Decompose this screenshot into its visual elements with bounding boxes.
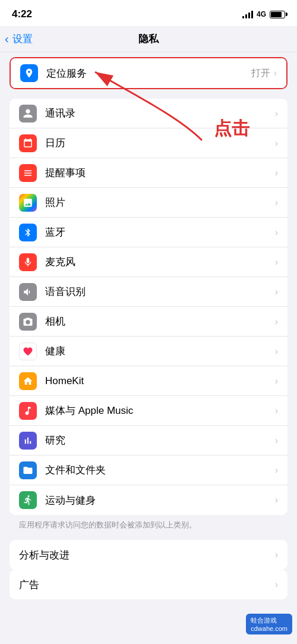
camera-item[interactable]: 相机 › [10, 307, 287, 337]
analytics-section: 分析与改进 › [10, 540, 287, 570]
homekit-icon [19, 372, 37, 390]
reminders-label: 提醒事项 [45, 166, 275, 180]
contacts-icon [19, 105, 37, 122]
status-icons: 4G [242, 10, 285, 18]
privacy-settings-list: 通讯录 › 日历 › 提醒事项 › 照片 › [10, 99, 287, 515]
chevron-icon: › [275, 435, 278, 446]
homekit-label: HomeKit [45, 375, 275, 387]
status-time: 4:22 [12, 8, 32, 20]
music-icon [19, 402, 37, 420]
photos-item[interactable]: 照片 › [10, 188, 287, 218]
chevron-icon: › [275, 168, 278, 178]
music-label: 媒体与 Apple Music [45, 404, 275, 417]
fitness-label: 运动与健身 [45, 494, 275, 507]
contacts-item[interactable]: 通讯录 › [10, 99, 287, 128]
camera-label: 相机 [45, 315, 275, 328]
watermark: 蛙合游戏cdwahe.com [246, 614, 292, 634]
network-type: 4G [257, 10, 266, 18]
photos-icon [19, 194, 37, 212]
back-label: 设置 [12, 32, 33, 46]
advertising-section: 广告 › [10, 570, 287, 599]
chevron-icon: › [275, 579, 278, 590]
back-chevron-icon: ‹ [5, 32, 9, 46]
camera-icon [19, 313, 37, 331]
homekit-item[interactable]: HomeKit › [10, 366, 287, 396]
reminders-icon [19, 164, 37, 182]
back-button[interactable]: ‹ 设置 [5, 32, 33, 46]
calendar-label: 日历 [45, 136, 275, 150]
chevron-icon: › [275, 227, 278, 238]
bluetooth-label: 蓝牙 [45, 225, 275, 239]
microphone-item[interactable]: 麦克风 › [10, 247, 287, 277]
photos-label: 照片 [45, 196, 275, 209]
reminders-item[interactable]: 提醒事项 › [10, 158, 287, 188]
health-label: 健康 [45, 344, 275, 358]
chevron-icon: › [275, 406, 278, 416]
nav-bar: ‹ 设置 隐私 [0, 26, 297, 52]
advertising-label: 广告 [19, 578, 275, 592]
microphone-label: 麦克风 [45, 255, 275, 269]
speech-item[interactable]: 语音识别 › [10, 277, 287, 307]
calendar-icon [19, 134, 37, 152]
signal-icon [242, 10, 253, 18]
page-title: 隐私 [138, 32, 159, 46]
chevron-icon: › [275, 287, 278, 297]
calendar-item[interactable]: 日历 › [10, 128, 287, 158]
chevron-icon: › [275, 316, 278, 327]
chevron-icon: › [275, 549, 278, 560]
research-icon [19, 432, 37, 450]
music-item[interactable]: 媒体与 Apple Music › [10, 396, 287, 426]
contacts-label: 通讯录 [45, 106, 275, 120]
health-icon [19, 343, 37, 360]
location-icon [20, 64, 38, 82]
advertising-item[interactable]: 广告 › [10, 570, 287, 599]
research-item[interactable]: 研究 › [10, 426, 287, 455]
chevron-icon: › [275, 376, 278, 387]
chevron-icon: › [275, 197, 278, 208]
status-bar: 4:22 4G [0, 0, 297, 26]
analytics-item[interactable]: 分析与改进 › [10, 540, 287, 570]
fitness-icon [19, 491, 37, 509]
location-services-highlighted: 定位服务 打开 › [10, 57, 287, 89]
chevron-icon: › [275, 346, 278, 357]
analytics-label: 分析与改进 [19, 548, 275, 562]
files-icon [19, 461, 37, 479]
chevron-icon: › [274, 68, 277, 78]
speech-label: 语音识别 [45, 285, 275, 299]
chevron-icon: › [275, 138, 278, 149]
battery-icon [270, 11, 285, 18]
speech-icon [19, 283, 37, 301]
location-services-label: 定位服务 [46, 67, 251, 80]
location-services-value: 打开 [251, 67, 270, 80]
bluetooth-item[interactable]: 蓝牙 › [10, 218, 287, 247]
footer-note: 应用程序请求访问您的数据时会被添加到以上类别。 [19, 520, 278, 530]
chevron-icon: › [275, 257, 278, 268]
chevron-icon: › [275, 108, 278, 119]
microphone-icon [19, 253, 37, 271]
health-item[interactable]: 健康 › [10, 337, 287, 366]
location-services-item[interactable]: 定位服务 打开 › [11, 58, 286, 88]
files-label: 文件和文件夹 [45, 463, 275, 477]
files-item[interactable]: 文件和文件夹 › [10, 455, 287, 485]
research-label: 研究 [45, 433, 275, 447]
chevron-icon: › [275, 465, 278, 476]
fitness-item[interactable]: 运动与健身 › [10, 485, 287, 515]
bluetooth-icon [19, 224, 37, 241]
chevron-icon: › [275, 495, 278, 505]
